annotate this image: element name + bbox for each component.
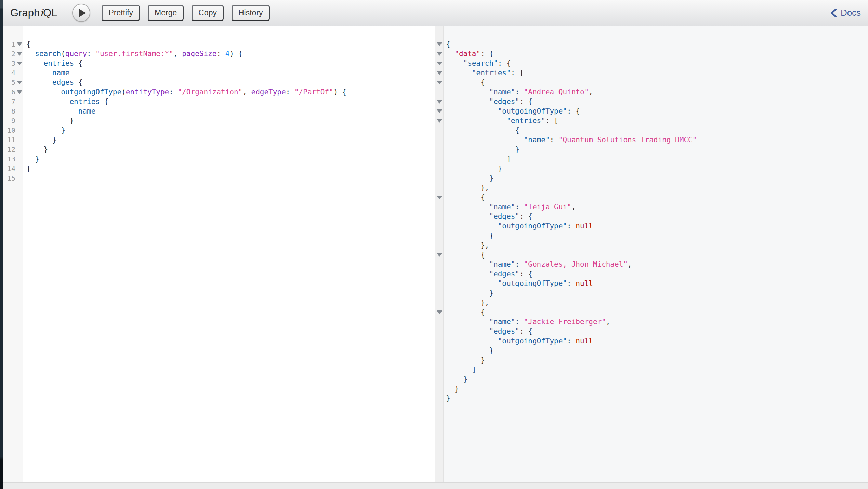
code-token-key: "entries" <box>472 69 511 77</box>
code-line[interactable]: } <box>26 164 435 173</box>
code-line[interactable]: "name": "Gonzales, Jhon Michael", <box>446 260 868 269</box>
code-line[interactable]: { <box>446 78 868 87</box>
code-line[interactable]: "outgoingOfType": { <box>446 106 868 116</box>
fold-arrow-icon[interactable] <box>437 52 442 56</box>
code-line[interactable]: "name": "Jackie Freiberger", <box>446 317 868 327</box>
code-indent <box>26 126 61 134</box>
code-line[interactable]: }, <box>446 240 868 250</box>
gutter-row <box>435 58 443 68</box>
code-line[interactable]: }, <box>446 298 868 307</box>
fold-arrow-icon[interactable] <box>437 196 442 199</box>
code-token-punct: , <box>606 318 610 326</box>
code-token-string: "/PartOf" <box>294 88 333 96</box>
code-line[interactable]: "outgoingOfType": null <box>446 279 868 288</box>
docs-link[interactable]: Docs <box>823 0 868 26</box>
code-indent <box>26 88 61 96</box>
code-indent <box>446 107 498 115</box>
fold-arrow-icon[interactable] <box>437 81 442 84</box>
fold-arrow-icon[interactable] <box>437 42 442 46</box>
code-token-punct: : <box>567 337 576 345</box>
code-line[interactable]: search(query: "user.firstName:*", pageSi… <box>26 49 435 58</box>
play-icon <box>79 9 86 17</box>
execute-button[interactable] <box>72 4 90 22</box>
fold-arrow-icon[interactable] <box>17 90 22 94</box>
code-line[interactable]: "data": { <box>446 49 868 58</box>
query-editor[interactable]: 123456789101112131415 { search(query: "u… <box>3 26 435 482</box>
history-button[interactable]: History <box>232 5 270 21</box>
code-line[interactable]: "entries": [ <box>446 116 868 125</box>
code-token-punct: { <box>26 40 31 48</box>
code-line[interactable]: } <box>446 346 868 355</box>
gutter-row <box>435 173 443 183</box>
fold-arrow-icon[interactable] <box>437 109 442 113</box>
code-line[interactable]: "outgoingOfType": null <box>446 336 868 346</box>
fold-arrow-icon[interactable] <box>17 81 22 84</box>
code-line[interactable]: "name": "Teija Gui", <box>446 202 868 212</box>
fold-arrow-icon[interactable] <box>17 62 22 65</box>
code-line[interactable]: entries { <box>26 58 435 68</box>
line-number: 14 <box>3 164 17 173</box>
query-code[interactable]: { search(query: "user.firstName:*", page… <box>23 26 435 482</box>
code-line[interactable]: "edges": { <box>446 327 868 336</box>
code-line[interactable]: "name": "Quantum Solutions Trading DMCC" <box>446 135 868 145</box>
fold-arrow-icon[interactable] <box>437 100 442 104</box>
code-line[interactable]: "edges": { <box>446 97 868 106</box>
code-line[interactable]: edges { <box>26 78 435 87</box>
code-line[interactable]: ] <box>446 365 868 374</box>
code-token-def: "data" <box>455 50 481 58</box>
code-line[interactable]: } <box>446 145 868 154</box>
code-line[interactable]: } <box>26 116 435 125</box>
code-line[interactable]: } <box>26 154 435 164</box>
code-line[interactable]: "entries": [ <box>446 68 868 78</box>
fold-arrow-icon[interactable] <box>437 62 442 65</box>
code-line[interactable]: entries { <box>26 97 435 106</box>
prettify-button[interactable]: Prettify <box>102 5 140 21</box>
code-line[interactable]: } <box>446 231 868 240</box>
code-line[interactable]: outgoingOfType(entityType: "/Organizatio… <box>26 87 435 97</box>
code-token-field: entries <box>44 59 74 67</box>
code-line[interactable]: name <box>26 106 435 116</box>
code-line[interactable]: { <box>446 39 868 49</box>
code-line[interactable]: } <box>26 145 435 154</box>
fold-arrow-icon[interactable] <box>437 310 442 314</box>
fold-arrow-icon[interactable] <box>437 119 442 123</box>
code-line[interactable]: "edges": { <box>446 269 868 279</box>
fold-slot-empty <box>436 377 443 381</box>
code-line[interactable]: } <box>26 125 435 135</box>
code-line[interactable]: { <box>446 193 868 202</box>
code-line[interactable]: { <box>26 39 435 49</box>
code-line[interactable]: "search": { <box>446 58 868 68</box>
code-token-key: "edges" <box>489 327 520 335</box>
code-token-null: null <box>576 222 593 230</box>
code-line[interactable]: "name": "Andrea Quinto", <box>446 87 868 97</box>
fold-arrow-icon[interactable] <box>17 42 22 46</box>
merge-button[interactable]: Merge <box>148 5 184 21</box>
code-line[interactable]: { <box>446 250 868 260</box>
gutter-row <box>435 327 443 336</box>
result-code: { "data": { "search": { "entries": [ { "… <box>444 26 868 482</box>
code-line[interactable]: } <box>446 355 868 365</box>
code-line[interactable] <box>26 173 435 183</box>
fold-arrow-icon[interactable] <box>437 253 442 257</box>
code-line[interactable]: { <box>446 125 868 135</box>
fold-slot-empty <box>436 262 443 266</box>
code-line[interactable]: ] <box>446 154 868 164</box>
code-line[interactable]: name <box>26 68 435 78</box>
code-line[interactable]: } <box>446 164 868 173</box>
line-number: 6 <box>3 87 17 97</box>
result-viewer[interactable]: { "data": { "search": { "entries": [ { "… <box>435 26 868 482</box>
code-line[interactable]: }, <box>446 183 868 193</box>
code-line[interactable]: } <box>446 384 868 394</box>
code-line[interactable]: "edges": { <box>446 212 868 221</box>
fold-arrow-icon[interactable] <box>17 52 22 56</box>
code-line[interactable]: "outgoingOfType": null <box>446 221 868 231</box>
copy-button[interactable]: Copy <box>192 5 224 21</box>
code-line[interactable]: } <box>446 173 868 183</box>
code-line[interactable]: } <box>26 135 435 145</box>
code-line[interactable]: } <box>446 288 868 298</box>
code-line[interactable]: } <box>446 394 868 403</box>
fold-arrow-icon[interactable] <box>437 71 442 75</box>
code-token-field: name <box>78 107 96 115</box>
code-line[interactable]: { <box>446 307 868 317</box>
code-line[interactable]: } <box>446 374 868 384</box>
